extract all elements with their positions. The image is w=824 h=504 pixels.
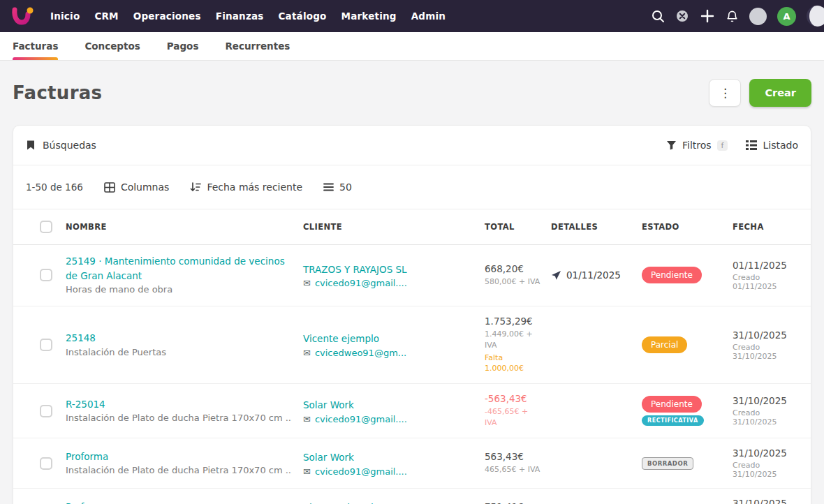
page-size-button[interactable]: 50 [323, 181, 352, 193]
header-nombre[interactable]: NOMBRE [66, 222, 303, 232]
row-checkbox-cell [26, 405, 66, 417]
row-checkbox-cell [26, 339, 66, 351]
status-cell: Parcial [642, 336, 733, 353]
secondary-avatar[interactable] [807, 6, 824, 27]
view-controls: Filtros f Listado [666, 140, 798, 151]
date-cell: 31/10/2025 Creado 31/10/2025 [733, 395, 798, 427]
status-circle-icon[interactable] [749, 8, 767, 25]
client-email-link[interactable]: cvicedo91@gmail.... [315, 466, 407, 477]
select-all-checkbox[interactable] [40, 221, 52, 233]
total-base: -465,65€ + IVA [485, 406, 540, 429]
invoice-link[interactable]: 25148 [66, 332, 96, 343]
status-cell: Pendiente [642, 267, 733, 283]
client-link[interactable]: Solar Work [303, 452, 354, 463]
table-row: 25148 Instalación de Puertas Vicente eje… [13, 306, 811, 385]
envelope-icon: ✉ [303, 414, 311, 424]
client-cell: Solar Work ✉ cvicedo91@gmail.... [303, 450, 485, 477]
date-cell: 31/10/2025 Creado 31/10/2025 [733, 447, 798, 479]
nav-item-inicio[interactable]: Inicio [50, 10, 80, 22]
header-total[interactable]: TOTAL [485, 222, 551, 232]
client-cell: TRAZOS Y RAYAJOS SL ✉ cvicedo91@gmail...… [303, 262, 485, 289]
sort-button[interactable]: Fecha más reciente [190, 181, 302, 193]
nav-item-crm[interactable]: CRM [94, 10, 118, 22]
nav-item-catálogo[interactable]: Catálogo [279, 10, 327, 22]
created-date: Creado 31/10/2025 [733, 408, 798, 427]
total-amount: 751,41€ [485, 501, 540, 504]
filters-label: Filtros [682, 140, 712, 151]
total-cell: 751,41€ 621,00€ + IVA [485, 501, 551, 504]
envelope-icon: ✉ [303, 466, 311, 477]
envelope-icon: ✉ [303, 348, 311, 358]
page-title: Facturas [13, 82, 102, 103]
row-checkbox[interactable] [40, 405, 52, 417]
row-checkbox[interactable] [40, 339, 52, 351]
app-logo[interactable] [10, 5, 35, 27]
notifications-icon[interactable] [726, 10, 739, 23]
tab-recurrentes[interactable]: Recurrentes [225, 32, 290, 60]
client-email-link[interactable]: cvicedo91@gmail.... [315, 414, 407, 424]
tab-conceptos[interactable]: Conceptos [84, 32, 140, 60]
table-row: Proforma Instalación de Plato de ducha P… [13, 438, 811, 489]
searches-toolbar: Búsquedas Filtros f Listado [13, 126, 811, 165]
invoice-link[interactable]: 25149 · Mantenimiento comunidad de vecin… [66, 255, 285, 281]
client-link[interactable]: TRAZOS Y RAYAJOS SL [303, 264, 407, 275]
client-email-link[interactable]: cvicedo91@gmail.... [315, 278, 407, 288]
kebab-menu-icon: ⋮ [719, 86, 731, 101]
total-amount: 1.753,29€ [485, 316, 540, 327]
user-avatar[interactable]: A [777, 7, 796, 26]
globe-dismiss-icon[interactable] [675, 9, 689, 23]
row-checkbox-cell [26, 457, 66, 470]
header-estado[interactable]: ESTADO [642, 222, 733, 232]
filters-button[interactable]: Filtros f [666, 140, 728, 151]
page-size-value: 50 [339, 181, 352, 193]
more-actions-button[interactable]: ⋮ [709, 79, 741, 107]
search-icon[interactable] [651, 9, 665, 23]
funnel-icon [666, 140, 677, 150]
columns-button[interactable]: Columnas [104, 181, 170, 193]
nav-item-operaciones[interactable]: Operaciones [133, 10, 201, 22]
add-icon[interactable] [700, 8, 715, 24]
nav-item-marketing[interactable]: Marketing [341, 10, 397, 22]
invoice-link[interactable]: Proforma [66, 451, 108, 462]
date-cell: 31/10/2025 Creado 31/10/2025 [733, 498, 798, 504]
invoice-date: 31/10/2025 [733, 395, 798, 406]
client-link[interactable]: Solar Work [303, 399, 354, 410]
create-button[interactable]: Crear [749, 79, 811, 107]
bookmark-icon [26, 140, 36, 151]
list-view-button[interactable]: Listado [746, 140, 798, 151]
invoice-link[interactable]: R-25014 [66, 399, 105, 410]
table-row: 25149 · Mantenimiento comunidad de vecin… [13, 245, 811, 306]
table-row: R-25014 Instalación de Plato de ducha Pi… [13, 384, 811, 438]
top-navbar: InicioCRMOperacionesFinanzasCatálogoMark… [0, 0, 824, 32]
name-cell: 25149 · Mantenimiento comunidad de vecin… [66, 254, 303, 297]
tab-facturas[interactable]: Facturas [13, 32, 58, 60]
filters-shortcut-badge: f [717, 140, 728, 151]
columns-label: Columnas [121, 181, 170, 193]
nav-item-finanzas[interactable]: Finanzas [216, 10, 264, 22]
created-date: Creado 31/10/2025 [733, 343, 798, 361]
table-header: NOMBRE CLIENTE TOTAL DETALLES ESTADO FEC… [13, 209, 811, 245]
invoice-link[interactable]: Proforma [66, 501, 108, 504]
client-link[interactable]: Vicente ejemplo [303, 333, 379, 344]
select-all-cell [26, 221, 66, 233]
total-falta: Falta 1.000,00€ [485, 353, 540, 375]
row-checkbox[interactable] [40, 269, 52, 281]
header-cliente[interactable]: CLIENTE [303, 222, 485, 232]
sort-label: Fecha más reciente [207, 181, 302, 193]
total-cell: -563,43€ -465,65€ + IVA [485, 393, 551, 429]
row-checkbox[interactable] [40, 457, 52, 470]
table-row: Proforma Instalación de Puertas Vicente … [13, 489, 811, 504]
tab-pagos[interactable]: Pagos [167, 32, 199, 60]
client-email-link[interactable]: cvicedweo91@gm... [315, 348, 406, 358]
invoice-date: 31/10/2025 [733, 498, 798, 504]
invoice-description: Instalación de Puertas [66, 346, 292, 360]
header-fecha[interactable]: FECHA [733, 222, 798, 232]
total-amount: 668,20€ [485, 263, 540, 274]
saved-searches-label: Búsquedas [43, 140, 96, 151]
total-base: 580,00€ + IVA [485, 276, 540, 288]
header-detalles[interactable]: DETALLES [551, 222, 642, 232]
status-badge: Pendiente [642, 396, 702, 413]
saved-searches-button[interactable]: Búsquedas [26, 140, 96, 151]
client-cell: Vicente ejemplo ✉ cvicedweo91@gm... [303, 501, 485, 504]
nav-item-admin[interactable]: Admin [411, 10, 446, 22]
